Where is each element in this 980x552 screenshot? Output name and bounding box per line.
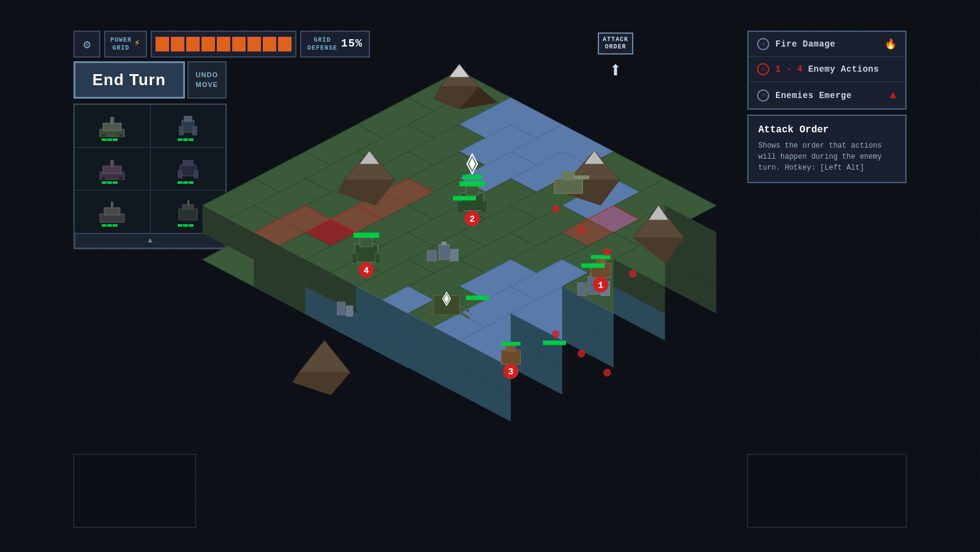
svg-rect-40 xyxy=(183,224,188,227)
svg-rect-33 xyxy=(102,224,107,227)
svg-rect-4 xyxy=(119,134,123,137)
svg-rect-3 xyxy=(102,134,105,137)
gear-button[interactable]: ⚙ xyxy=(74,31,100,58)
svg-rect-18 xyxy=(102,177,105,180)
svg-rect-158 xyxy=(459,181,485,186)
fire-icon: 🔥 xyxy=(884,38,897,50)
enemy-actions-text: 1 - 4 Enemy Actions xyxy=(775,64,891,74)
tooltip-box: Attack Order Shows the order that action… xyxy=(747,115,907,183)
svg-rect-139 xyxy=(450,249,458,261)
right-panel: ○ Fire Damage 🔥 ○ 1 - 4 Enemy Actions ○ … xyxy=(747,31,907,183)
svg-rect-146 xyxy=(346,306,352,316)
svg-rect-183 xyxy=(543,341,566,345)
svg-rect-151 xyxy=(353,233,379,238)
unit-cell-1-1[interactable] xyxy=(75,105,151,147)
svg-rect-163 xyxy=(462,175,481,179)
svg-rect-140 xyxy=(428,251,437,261)
svg-rect-22 xyxy=(113,181,118,184)
svg-rect-34 xyxy=(107,224,112,227)
tooltip-title: Attack Order xyxy=(758,124,895,135)
svg-rect-184 xyxy=(581,263,605,268)
unit-icon-turret-1 xyxy=(97,111,127,142)
svg-rect-19 xyxy=(119,177,123,180)
svg-rect-11 xyxy=(184,116,192,122)
svg-rect-21 xyxy=(107,181,112,184)
svg-rect-32 xyxy=(111,202,113,209)
unit-icon-turret-3 xyxy=(97,197,127,227)
svg-rect-173 xyxy=(501,342,520,346)
svg-rect-17 xyxy=(110,160,114,167)
svg-point-191 xyxy=(629,270,637,278)
svg-rect-2 xyxy=(110,117,114,124)
svg-rect-13 xyxy=(183,138,188,141)
emerge-icon: ▲ xyxy=(889,88,897,102)
svg-point-194 xyxy=(603,369,611,377)
enemy-actions-number: 1 - 4 xyxy=(775,64,803,74)
power-text: POWER xyxy=(110,37,132,44)
svg-rect-12 xyxy=(178,138,183,141)
svg-rect-5 xyxy=(102,138,107,141)
svg-rect-38 xyxy=(187,200,189,205)
svg-rect-137 xyxy=(439,244,449,260)
unit-icon-turret-2 xyxy=(97,154,127,184)
unit-cell-2-1[interactable] xyxy=(75,148,151,190)
svg-rect-145 xyxy=(337,302,345,315)
svg-rect-169 xyxy=(501,350,520,365)
svg-rect-7 xyxy=(113,138,118,141)
svg-point-188 xyxy=(552,205,560,213)
power-seg-1 xyxy=(156,37,169,51)
svg-rect-35 xyxy=(113,224,118,227)
svg-rect-186 xyxy=(562,172,575,181)
svg-text:4: 4 xyxy=(364,266,369,276)
power-seg-2 xyxy=(171,37,184,51)
enemy-actions-icon-circle: ○ xyxy=(757,63,769,75)
fire-damage-row: ○ Fire Damage 🔥 xyxy=(748,32,905,57)
svg-rect-182 xyxy=(466,295,489,300)
svg-rect-9 xyxy=(179,126,184,135)
fire-damage-icon-circle: ○ xyxy=(757,38,769,50)
enemies-emerge-text: Enemies Emerge xyxy=(775,91,883,100)
svg-text:1: 1 xyxy=(598,281,603,290)
unit-cell-3-1[interactable] xyxy=(75,191,151,233)
svg-point-189 xyxy=(578,226,586,234)
info-box: ○ Fire Damage 🔥 ○ 1 - 4 Enemy Actions ○ … xyxy=(747,31,907,110)
svg-rect-181 xyxy=(453,196,477,200)
svg-point-193 xyxy=(578,350,586,358)
svg-rect-36 xyxy=(179,209,197,220)
svg-rect-20 xyxy=(102,181,107,184)
svg-rect-27 xyxy=(178,181,183,184)
svg-rect-157 xyxy=(481,202,486,212)
svg-rect-149 xyxy=(352,253,357,263)
svg-rect-39 xyxy=(178,224,183,227)
svg-text:2: 2 xyxy=(470,214,475,224)
svg-rect-156 xyxy=(458,202,463,212)
isometric-map-svg[interactable]: 4 2 1 xyxy=(196,37,723,503)
svg-point-192 xyxy=(552,330,560,338)
svg-rect-170 xyxy=(506,346,516,352)
enemy-actions-row: ○ 1 - 4 Enemy Actions xyxy=(748,57,905,82)
bottom-right-panel xyxy=(747,454,907,527)
svg-rect-148 xyxy=(360,238,372,247)
svg-rect-185 xyxy=(554,180,582,194)
svg-marker-125 xyxy=(450,64,469,77)
enemies-emerge-icon-circle: ○ xyxy=(757,89,769,102)
fire-damage-text: Fire Damage xyxy=(775,39,878,49)
bolt-icon: ⚡ xyxy=(134,38,141,50)
svg-rect-29 xyxy=(189,181,194,184)
svg-text:3: 3 xyxy=(508,367,513,377)
svg-rect-14 xyxy=(189,138,194,141)
game-map[interactable]: 4 2 1 xyxy=(196,37,723,503)
svg-rect-26 xyxy=(183,160,194,166)
svg-rect-138 xyxy=(442,241,447,245)
bottom-left-panel xyxy=(74,454,196,527)
svg-rect-144 xyxy=(578,282,587,295)
svg-rect-24 xyxy=(178,170,183,178)
svg-point-190 xyxy=(603,248,611,256)
svg-rect-41 xyxy=(189,224,194,227)
power-grid-label: POWER GRID ⚡ xyxy=(104,31,147,58)
end-turn-button[interactable]: End Turn xyxy=(74,61,185,99)
svg-rect-187 xyxy=(574,175,589,179)
svg-rect-155 xyxy=(466,186,478,195)
svg-rect-150 xyxy=(375,253,380,263)
gear-icon: ⚙ xyxy=(83,37,91,52)
